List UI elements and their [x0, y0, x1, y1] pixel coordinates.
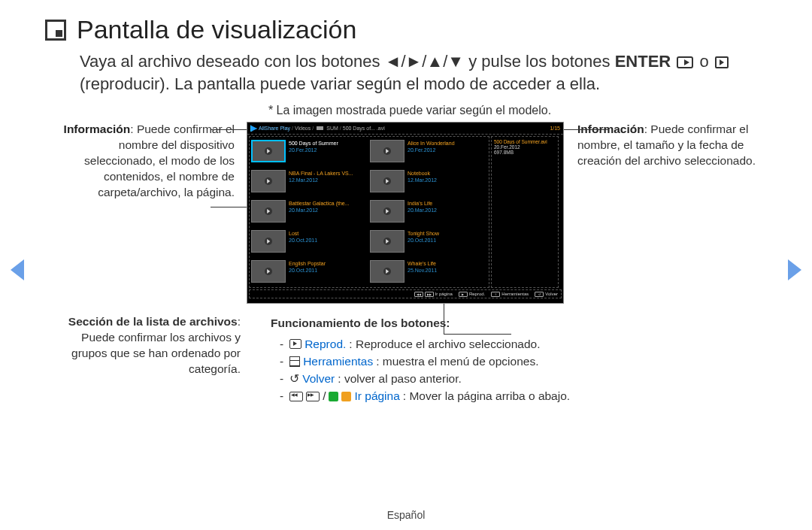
callout-info-left-h: Información [64, 123, 131, 135]
video-thumb [251, 230, 286, 253]
file-item[interactable]: India's Life20.Mar.2012 [370, 200, 487, 228]
usb-icon [317, 126, 323, 130]
video-thumb [251, 200, 286, 223]
file-name: Battlestar Galactica (the... [289, 201, 350, 207]
callout-buttons-h: Funcionamiento de los botones: [271, 314, 774, 332]
file-date: 12.Mar.2012 [289, 177, 318, 183]
intro-text: Vaya al archivo deseado con los botones … [80, 50, 774, 95]
reprod-word: Reprod. [304, 335, 346, 353]
file-item[interactable]: Whale's Life25.Nov.2011 [370, 260, 487, 288]
rew-mini-icon: ◀◀ [414, 292, 423, 297]
file-date: 20.Mar.2012 [289, 207, 318, 213]
file-item[interactable]: Battlestar Galactica (the...20.Mar.2012 [251, 200, 368, 228]
file-item[interactable]: English Popstar20.Oct.2011 [251, 260, 368, 288]
callout-buttons: Funcionamiento de los botones: - Reprod.… [271, 314, 774, 404]
prev-page-arrow[interactable] [11, 259, 24, 280]
play-mini-icon: ▶ [459, 292, 468, 297]
file-name: Lost [289, 231, 317, 237]
enter-label: ENTER [615, 52, 671, 71]
file-date: 25.Nov.2011 [408, 268, 437, 273]
video-thumb [251, 170, 286, 192]
return-mini-icon: ↺ [535, 292, 544, 297]
leader-line [564, 129, 609, 130]
play-button-icon [289, 339, 301, 349]
play-icon [715, 56, 729, 68]
herr-word: Herramientas [303, 353, 373, 370]
file-name: Tonight Show [408, 231, 439, 237]
info-date: 20.Fer.2012 [494, 144, 556, 150]
ir-word: Ir página [354, 387, 399, 404]
video-thumb [370, 230, 404, 253]
model-note: * La imagen mostrada puede variar según … [45, 104, 774, 117]
file-item[interactable]: Tonight Show20.Oct.2011 [370, 230, 487, 258]
file-name: English Popstar [289, 261, 326, 267]
callout-info-left: Información: Puede confirmar el nombre d… [45, 122, 235, 201]
leader-line [211, 207, 247, 207]
language-footer: Español [0, 509, 812, 521]
leader-line [444, 334, 511, 335]
yellow-button-icon [341, 392, 351, 401]
callout-files-h: Sección de la lista de archivos [68, 315, 238, 328]
video-thumb [370, 200, 404, 223]
intro-3: o [699, 52, 713, 71]
next-page-arrow[interactable] [788, 259, 801, 280]
ff-mini-icon: ▶▶ [425, 292, 434, 297]
file-date: 20.Fer.2012 [408, 147, 435, 153]
file-name: Alice In Wonderland [408, 141, 455, 147]
file-date: 20.Fer.2012 [289, 147, 317, 153]
video-thumb [370, 140, 404, 162]
bookmark-icon [45, 20, 66, 41]
file-name: India's Life [408, 201, 437, 207]
tools-mini-icon: ≡ [491, 292, 500, 297]
green-button-icon [329, 392, 338, 401]
file-item[interactable]: Alice In Wonderland20.Fer.2012 [370, 140, 487, 168]
tools-button-icon [289, 356, 300, 367]
foot-page: Ir página [435, 292, 453, 296]
herr-text: : muestra el menú de opciones. [376, 353, 538, 370]
file-date: 12.Mar.2012 [408, 177, 437, 183]
video-thumb [370, 170, 404, 192]
file-date: 20.Mar.2012 [408, 207, 437, 213]
page-counter: 1/15 [550, 126, 560, 131]
file-date: 20.Oct.2011 [408, 238, 436, 243]
file-name: NBA Final - LA Lakers VS... [289, 171, 353, 177]
bc-file: 500 Days of... .avi [343, 126, 385, 131]
file-item[interactable]: Lost20.Oct.2011 [251, 230, 368, 258]
bc-device: SUM [326, 126, 338, 131]
info-filename: 500 Days of Summer.avi [494, 139, 556, 144]
callout-files: Sección de la lista de archivos: Puede c… [45, 314, 241, 404]
forward-icon [306, 392, 320, 401]
return-unicode-icon: ↺ [289, 370, 299, 387]
enter-icon [677, 56, 693, 68]
allshare-icon [250, 125, 257, 132]
foot-play: Reprod. [469, 292, 485, 296]
rewind-icon [289, 392, 303, 401]
screen-footer: ◀◀▶▶ Ir página ▶ Reprod. ≡ Herramientas … [249, 289, 562, 298]
file-item[interactable]: Notebook12.Mar.2012 [370, 170, 487, 198]
bc-section: Videos [295, 126, 311, 131]
arrow-keys: ◄/►/▲/▼ [385, 52, 464, 71]
file-info-panel: 500 Days of Summer.avi 20.Fer.2012 697.8… [491, 136, 559, 288]
foot-tools: Herramientas [501, 292, 529, 296]
file-grid: 500 Days of Summer20.Fer.2012Alice In Wo… [249, 136, 489, 288]
video-thumb [251, 140, 286, 162]
file-name: Notebook [408, 171, 437, 177]
info-size: 697.8MB [494, 150, 556, 155]
file-name: 500 Days of Summer [289, 141, 338, 147]
intro-4: (reproducir). La pantalla puede variar s… [80, 74, 600, 93]
video-thumb [370, 260, 404, 283]
ir-text: : Mover la página arriba o abajo. [403, 387, 570, 404]
file-date: 20.Oct.2011 [289, 238, 317, 243]
tv-screenshot: AllShare Play / Videos / SUM / 500 Days … [247, 122, 564, 304]
volver-text: : volver al paso anterior. [338, 370, 462, 387]
page-title: Pantalla de visualización [77, 15, 356, 44]
volver-word: Volver [302, 370, 335, 387]
breadcrumb-bar: AllShare Play / Videos / SUM / 500 Days … [247, 123, 563, 135]
reprod-text: : Reproduce el archivo seleccionado. [349, 335, 540, 353]
file-item[interactable]: 500 Days of Summer20.Fer.2012 [251, 140, 368, 168]
intro-2: y pulse los botones [468, 52, 614, 71]
file-name: Whale's Life [408, 261, 437, 267]
leader-line [211, 129, 247, 130]
foot-back: Volver [545, 292, 558, 296]
file-item[interactable]: NBA Final - LA Lakers VS...12.Mar.2012 [251, 170, 368, 198]
